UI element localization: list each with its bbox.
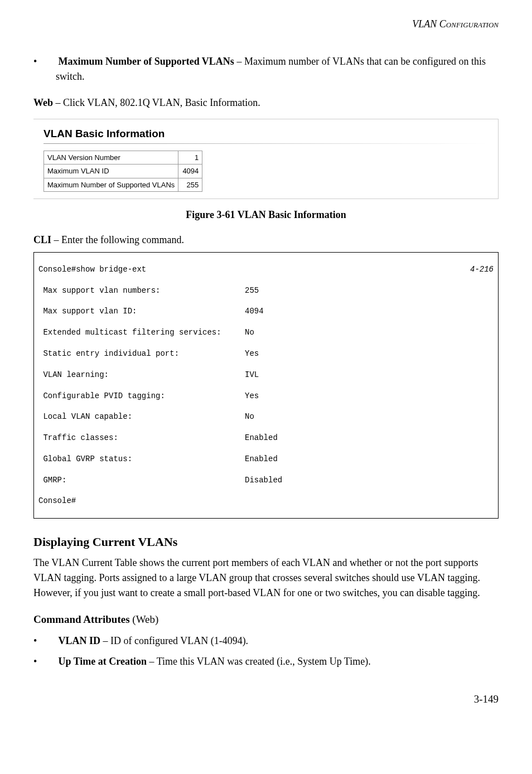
cli-row: Max support vlan numbers:255	[38, 286, 494, 296]
cli-label: CLI	[33, 234, 51, 245]
page-header-section: VLAN Configuration	[33, 17, 499, 32]
cli-row: Traffic classes:Enabled	[38, 433, 494, 443]
table-row: Maximum Number of Supported VLANs 255	[44, 178, 202, 192]
bullet-dot-icon: •	[45, 633, 56, 649]
attr-label: Up Time at Creation	[59, 656, 147, 667]
row-label: Maximum VLAN ID	[44, 165, 178, 178]
row-value: 1	[178, 151, 202, 165]
bullet-uptime-creation: • Up Time at Creation – Time this VLAN w…	[56, 654, 499, 669]
screenshot-divider	[43, 143, 487, 144]
screenshot-vlan-basic-info: VLAN Basic Information VLAN Version Numb…	[33, 119, 499, 199]
table-row: Maximum VLAN ID 4094	[44, 165, 202, 178]
attr-desc: – ID of configured VLAN (1-4094).	[100, 635, 248, 646]
table-row: VLAN Version Number 1	[44, 151, 202, 165]
bullet-max-vlans: • Maximum Number of Supported VLANs – Ma…	[56, 54, 499, 84]
cmd-attr-bold: Command Attributes	[33, 613, 130, 625]
attr-desc: – Time this VLAN was created (i.e., Syst…	[147, 656, 371, 667]
attr-label: VLAN ID	[59, 635, 101, 646]
command-attributes-heading: Command Attributes (Web)	[33, 612, 499, 628]
cli-desc: – Enter the following command.	[51, 234, 184, 245]
row-label: VLAN Version Number	[44, 151, 178, 165]
cli-row: Configurable PVID tagging:Yes	[38, 391, 494, 401]
page-number: 3-149	[33, 691, 499, 708]
cmd-attr-rest: (Web)	[130, 613, 159, 625]
figure-caption: Figure 3-61 VLAN Basic Information	[33, 207, 499, 222]
cli-row: Static entry individual port:Yes	[38, 349, 494, 359]
web-label: Web	[33, 97, 53, 108]
bullet-dot-icon: •	[45, 654, 56, 669]
section-heading-current-vlans: Displaying Current VLANs	[33, 533, 499, 551]
cli-instruction: CLI – Enter the following command.	[33, 233, 499, 248]
bullet-vlan-id: • VLAN ID – ID of configured VLAN (1-409…	[56, 633, 499, 649]
cli-row: GMRP:Disabled	[38, 475, 494, 486]
cli-row: Global GVRP status:Enabled	[38, 454, 494, 465]
row-value: 255	[178, 178, 202, 192]
row-value: 4094	[178, 165, 202, 178]
cli-row: Max support vlan ID:4094	[38, 306, 494, 317]
bullet-dot-icon: •	[45, 54, 56, 69]
cli-row: VLAN learning:IVL	[38, 370, 494, 380]
cli-tail: Console#	[38, 496, 494, 506]
section-body: The VLAN Current Table shows the current…	[33, 555, 499, 601]
cli-row: Local VLAN capable:No	[38, 412, 494, 422]
cli-ref: 4-216	[470, 264, 494, 275]
row-label: Maximum Number of Supported VLANs	[44, 178, 178, 192]
web-desc: – Click VLAN, 802.1Q VLAN, Basic Informa…	[53, 97, 260, 108]
screenshot-title: VLAN Basic Information	[43, 126, 498, 142]
cli-head: Console#show bridge-ext	[38, 264, 470, 275]
vlan-info-table: VLAN Version Number 1 Maximum VLAN ID 40…	[43, 151, 202, 192]
cli-row: Extended multicast filtering services:No	[38, 327, 494, 338]
cli-output-box: Console#show bridge-ext4-216 Max support…	[33, 252, 499, 519]
web-instruction: Web – Click VLAN, 802.1Q VLAN, Basic Inf…	[33, 95, 499, 110]
bullet-label: Maximum Number of Supported VLANs	[59, 56, 234, 67]
